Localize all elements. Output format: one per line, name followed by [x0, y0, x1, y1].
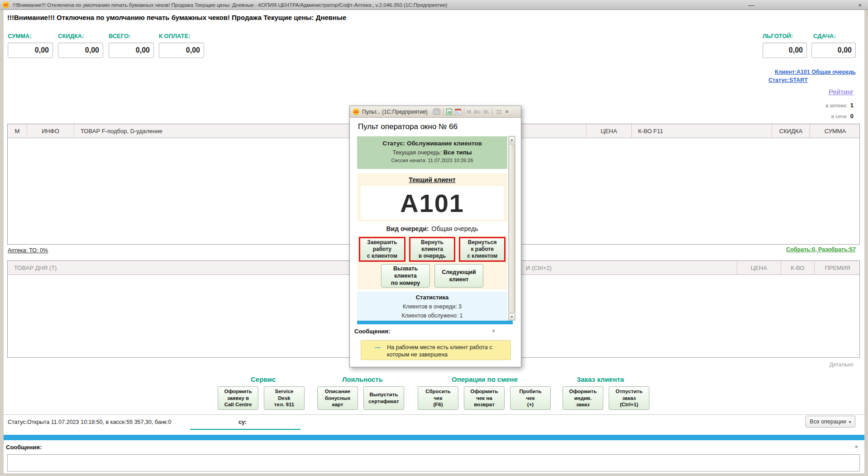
col-actions-partial[interactable]: И (Ctrl+2): [519, 261, 737, 275]
to-pay-field[interactable]: 0,00: [159, 43, 204, 58]
individual-order-button[interactable]: Оформить индив. заказ: [563, 386, 603, 410]
statistics-panel: Статистика Клиентов в очереди: 3 Клиенто…: [357, 292, 507, 321]
memory-button[interactable]: M: [467, 109, 471, 115]
change-label: СДАЧА:: [813, 33, 836, 39]
call-client-by-number-button[interactable]: Вызвать клиента по номеру: [381, 264, 430, 288]
clients-in-queue-line: Клиентов в очереди: 3: [357, 303, 507, 310]
client-number: A101: [400, 188, 464, 218]
detail-note: Детально: [830, 361, 854, 368]
memory-minus-button[interactable]: M-: [484, 109, 490, 115]
release-order-button[interactable]: Отпустить заказ (Ctrl+1): [609, 386, 649, 410]
total-field[interactable]: 0,00: [109, 43, 154, 58]
red-buttons-row: Завершить работу с клиентом Вернуть клие…: [359, 237, 506, 262]
loyalty-group: Описание бонусных карт Выпустить сертифи…: [317, 386, 404, 410]
sum-field[interactable]: 0,00: [8, 43, 53, 58]
col-price2[interactable]: ЦЕНА: [737, 261, 781, 275]
calculator-icon[interactable]: [446, 109, 452, 115]
scroll-up-icon[interactable]: ▲: [509, 136, 515, 143]
shift-status-text: Статус:Открыта 11.07.2023 10:18:50, в ка…: [8, 419, 171, 425]
service-status-line: Статус: Обслуживание клиентов: [357, 140, 507, 147]
group-title-client-order: Заказ клиента: [577, 375, 624, 383]
resume-client-work-button[interactable]: Вернуться к работе с клиентом: [459, 237, 506, 262]
toolbar-separator2: [464, 108, 464, 115]
toolbar-separator: [443, 108, 444, 115]
col-price[interactable]: ЦЕНА: [586, 124, 631, 138]
calendar-icon[interactable]: 31: [455, 109, 461, 115]
scroll-thumb[interactable]: [509, 144, 515, 313]
all-operations-button[interactable]: Все операции ▾: [806, 416, 855, 428]
messages-label: Сообщения:: [6, 444, 42, 451]
return-client-to-queue-button[interactable]: Вернуть клиента в очередь: [409, 237, 456, 262]
certificate-button[interactable]: Выпустить сертификат: [363, 386, 404, 410]
current-queue-line: Текущая очередь: Все типы: [357, 149, 507, 156]
1c-dialog-icon: 1С: [353, 108, 359, 115]
col-qty2[interactable]: К-ВО: [781, 261, 814, 275]
group-title-service: Сервис: [251, 375, 276, 383]
col-info[interactable]: ИНФО: [27, 124, 74, 138]
sum-label: СУММА:: [8, 33, 32, 39]
message-dash-icon: —: [375, 344, 381, 351]
dialog-maximize-button[interactable]: □: [497, 108, 501, 115]
in-network-counter: в сети:0: [831, 112, 854, 120]
print-icon[interactable]: [433, 109, 440, 115]
main-titlebar: 1С !!!Внимание!!! Отключена по умолчанию…: [0, 0, 868, 10]
client-queue-link[interactable]: Клиент:A101 Общая очередь: [775, 69, 856, 75]
dialog-messages-label: Сообщения:: [354, 328, 390, 335]
discount-field[interactable]: 0,00: [58, 43, 103, 58]
dialog-messages-splitter[interactable]: [357, 321, 513, 324]
reset-check-button[interactable]: Сбросить чек (F6): [418, 386, 458, 410]
client-order-group: Оформить индив. заказ Отпустить заказ (C…: [563, 386, 649, 410]
privilege-field[interactable]: 0,00: [763, 43, 807, 58]
status-start-link[interactable]: Статус:START: [768, 77, 808, 83]
dialog-titlebar[interactable]: 1С Пульт... (1С:Предприятие) 31 M M+ M- …: [350, 106, 521, 118]
return-check-button[interactable]: Оформить чек на возврат: [464, 386, 505, 410]
total-label: ВСЕГО:: [109, 33, 131, 39]
in-pharmacy-counter: в аптеке:1: [826, 101, 854, 109]
toolbar-separator3: [492, 108, 492, 115]
dialog-scrollbar[interactable]: ▲ ▼: [508, 136, 515, 321]
punch-check-button[interactable]: Пробить чек (+): [510, 386, 551, 410]
collect-link[interactable]: Собрать:0, Разобрать:57: [786, 246, 856, 253]
next-client-button[interactable]: Следующий клиент: [434, 264, 483, 288]
memory-plus-button[interactable]: M+: [474, 109, 481, 115]
call-centre-button[interactable]: Оформить заявку в Call Centre: [218, 386, 258, 410]
operator-console-dialog: 1С Пульт... (1С:Предприятие) 31 M M+ M- …: [349, 106, 521, 367]
dialog-title: Пульт... (1С:Предприятие): [362, 109, 428, 115]
privilege-label: ЛЬГОТОЙ:: [763, 33, 793, 39]
change-field[interactable]: 0,00: [811, 43, 856, 58]
dialog-messages-close-icon[interactable]: ×: [492, 328, 495, 334]
col-bonus[interactable]: ПРЕМИЯ: [814, 261, 860, 275]
queue-buttons-row: Вызвать клиента по номеру Следующий клие…: [357, 264, 507, 288]
messages-splitter[interactable]: [4, 435, 864, 440]
discount-label: СКИДКА:: [58, 33, 84, 39]
scroll-down-icon[interactable]: ▼: [509, 313, 515, 320]
statistics-title: Статистика: [357, 294, 507, 301]
rating-link[interactable]: Рейтинг: [829, 88, 854, 96]
service-status-panel: Статус: Обслуживание клиентов Текущая оч…: [357, 136, 507, 169]
window-title: !!!Внимание!!! Отключена по умолчанию пе…: [13, 2, 447, 8]
1c-app-icon: 1С: [2, 1, 9, 8]
messages-close-icon[interactable]: ×: [854, 443, 858, 450]
dialog-close-button[interactable]: ×: [505, 108, 509, 115]
pharmacy-to-link[interactable]: Аптека: ТО: 0%: [8, 247, 48, 254]
bonus-cards-button[interactable]: Описание бонусных карт: [317, 386, 358, 410]
service-desk-button[interactable]: Service Desk тел. 911: [264, 386, 305, 410]
warning-banner: !!!Внимание!!! Отключена по умолчанию пе…: [7, 14, 346, 21]
clients-served-line: Клиентов обслужено: 1: [357, 313, 507, 319]
col-sum[interactable]: СУММА: [810, 124, 860, 138]
session-start-line: Сессия начата: 11.07.2023 10:26:26: [357, 158, 507, 163]
finish-client-button[interactable]: Завершить работу с клиентом: [359, 237, 405, 262]
su-underline: [190, 429, 300, 430]
dialog-heading: Пульт оператора окно № 66: [358, 122, 458, 131]
service-group: Оформить заявку в Call Centre Service De…: [218, 386, 305, 410]
to-pay-label: К ОПЛАТЕ:: [159, 33, 191, 39]
col-m[interactable]: М: [8, 124, 27, 138]
message-text: На рабочем месте есть клиент работа с ко…: [387, 344, 506, 359]
close-button[interactable]: ×: [855, 1, 864, 9]
messages-input[interactable]: [7, 454, 860, 471]
col-discount[interactable]: СКИДКА: [772, 124, 810, 138]
group-title-shift-ops: Операции по смене: [452, 375, 518, 383]
col-qty[interactable]: К-ВО F11: [631, 124, 772, 138]
current-client-title[interactable]: Текщий клиент: [357, 176, 507, 183]
minimize-button[interactable]: —: [747, 1, 756, 9]
